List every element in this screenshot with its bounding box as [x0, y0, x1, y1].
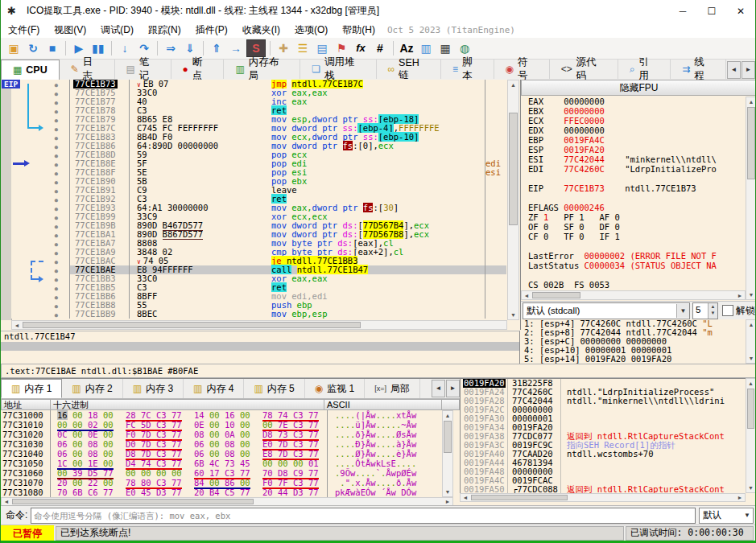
menu-item[interactable]: 文件(F) [1, 22, 47, 38]
comment-icon[interactable]: ☰ [294, 39, 312, 57]
menu-item[interactable]: 调试(D) [93, 22, 141, 38]
register-line[interactable]: LastStatus C0000034 (STATUS_OBJECT_NA [521, 261, 746, 270]
breakpoint-dot[interactable]: ● [55, 215, 58, 221]
register-line[interactable]: OF 0 SF 0 DF 0 [521, 222, 746, 232]
dump-row[interactable]: 77C3106000 39 D5 7700 00 00 0060 17 C3 7… [1, 468, 442, 478]
dump-tab-memory-1[interactable]: ▥内存 1 [1, 379, 62, 398]
register-line[interactable]: ESP 0019FA20 [521, 145, 746, 154]
stop-icon[interactable]: ■ [43, 39, 61, 57]
register-line[interactable]: ESI 77C42044 "minkernel\\ntdll\ [521, 154, 746, 164]
register-line[interactable]: EDI 77C4260C "LdrpInitializePro [521, 164, 746, 174]
register-line[interactable]: EIP 77CE1B73 ntdll.77CE1B73 [521, 183, 746, 193]
dump-tab-scroll-right-icon[interactable]: ► [446, 380, 460, 397]
dump-tab-memory-4[interactable]: ▥内存 4 [184, 379, 244, 398]
stack-hscrollbar[interactable]: ◄ ► [460, 493, 746, 502]
trace-into-icon[interactable]: ⇒ [162, 39, 180, 57]
tab-log[interactable]: ✎日志 [60, 60, 115, 79]
dump-row[interactable]: 77C3100016 00 18 0028 7C C3 7714 00 16 0… [1, 410, 442, 420]
run-to-user-code-icon[interactable]: → [227, 39, 245, 57]
skip-system-breakpoint-icon[interactable]: S [246, 39, 266, 57]
dump-row[interactable]: 77C3104006 00 08 00D8 7D C3 7706 00 08 0… [1, 449, 442, 459]
register-line[interactable]: EAX 00000000 [521, 97, 746, 106]
register-line[interactable]: EDX 00000000 [521, 125, 746, 135]
tab-scroll-right-icon[interactable]: ► [742, 61, 755, 79]
breakpoint-dot[interactable]: ● [55, 277, 58, 283]
run-icon[interactable]: ▶ [70, 39, 88, 57]
tab-source[interactable]: <>源代码 [550, 60, 618, 79]
register-line[interactable]: CF 0 TF 0 IF 1 [521, 232, 746, 241]
breakpoint-dot[interactable]: ● [55, 126, 58, 133]
register-line[interactable] [521, 270, 746, 280]
step-over-icon[interactable]: ↷ [135, 39, 153, 57]
globe-icon[interactable]: ◍ [456, 39, 473, 57]
breakpoint-dot[interactable]: ● [55, 100, 58, 106]
breakpoint-dot[interactable]: ● [55, 294, 58, 301]
tab-memory-map[interactable]: ▥内存布局 [224, 60, 300, 79]
breakpoint-dot[interactable]: ● [55, 259, 58, 265]
stack-row[interactable]: 0019FA50┌77CDC088返回到 ntdll.RtlCaptureSta… [461, 485, 746, 493]
dump-row[interactable]: 77C310501C 00 1E 00D4 74 C3 776B 4C 73 4… [1, 459, 442, 468]
disasm-vscrollbar[interactable]: ▲ ▼ [507, 80, 519, 320]
tab-threads[interactable]: ⇉线程 [671, 60, 726, 79]
breakpoint-dot[interactable]: ● [55, 109, 58, 115]
chevron-down-icon[interactable]: ▼ [676, 304, 689, 318]
breakpoint-dot[interactable]: ● [55, 144, 58, 150]
stack-vscrollbar[interactable]: ▲ ▼ [746, 378, 756, 493]
tab-cpu[interactable]: ▦CPU [1, 60, 60, 80]
register-line[interactable]: EFLAGS 00000246 [521, 203, 746, 212]
pause-icon[interactable]: ▮▮ [89, 39, 107, 57]
breakpoint-dot[interactable]: ● [55, 268, 58, 274]
dump-tab-memory-5[interactable]: ▥内存 5 [244, 379, 304, 398]
calling-convention-select[interactable]: 默认 (stdcall) ▼ [523, 302, 690, 319]
maximize-button[interactable]: ☐ [697, 1, 726, 22]
hide-fpu-button[interactable]: 隐藏FPU [521, 80, 756, 96]
breakpoint-dot[interactable]: ● [55, 171, 58, 177]
breakpoint-dot[interactable]: ● [55, 250, 58, 257]
breakpoint-dot[interactable]: ● [55, 117, 58, 124]
register-line[interactable]: ECX FFEC0000 [521, 116, 746, 125]
command-profile-dropdown[interactable]: 默认 ▼ [699, 508, 754, 524]
args-vscrollbar[interactable]: ▲ ▼ [746, 319, 756, 364]
hash-icon[interactable]: # [371, 39, 389, 57]
breakpoint-dot[interactable]: ● [55, 135, 58, 142]
menu-item[interactable]: 帮助(H) [335, 22, 382, 38]
menu-item[interactable]: 跟踪(N) [141, 22, 188, 38]
menu-item[interactable]: 视图(V) [47, 22, 93, 38]
menu-item[interactable]: 收藏夹(I) [235, 22, 287, 38]
breakpoint-dot[interactable]: ● [55, 153, 58, 159]
register-line[interactable]: EBP 0019FA4C [521, 135, 746, 145]
argument-line[interactable]: 5: [esp+14] 0019FA20 0019FA20 [521, 355, 746, 364]
tab-seh[interactable]: ∞SEH链 [377, 60, 441, 79]
label-icon[interactable]: ▤ [313, 39, 331, 57]
tab-scroll-left-icon[interactable]: ◄ [727, 61, 741, 79]
breakpoint-dot[interactable]: ● [55, 188, 58, 195]
bookmark-icon[interactable]: ⚑ [333, 39, 350, 57]
menu-item[interactable]: 插件(P) [188, 22, 235, 38]
dump-tab-memory-3[interactable]: ▥内存 3 [123, 379, 184, 398]
minimize-button[interactable]: ─ [668, 1, 697, 22]
register-line[interactable]: EBX 00000000 [521, 106, 746, 116]
command-input[interactable] [31, 508, 696, 524]
tab-references[interactable]: ⌕引用 [618, 60, 671, 79]
tab-script[interactable]: ≡脚本 [441, 60, 494, 79]
register-line[interactable] [521, 241, 746, 251]
assemble-icon[interactable]: ▥ [417, 39, 435, 57]
step-into-icon[interactable]: ↓ [116, 39, 134, 57]
dump-row[interactable]: 77C3101000 00 02 00FC 5D C3 770E 00 10 0… [1, 420, 442, 430]
breakpoint-dot[interactable]: ● [55, 91, 58, 97]
spinner-arrows-icon[interactable]: ▲▼ [708, 303, 717, 319]
breakpoint-dot[interactable]: ● [55, 312, 58, 319]
registers-vscrollbar[interactable]: ▲ ▼ [746, 97, 756, 300]
dump-row[interactable]: 77C310200C 00 0E 00F0 7D C3 7708 00 0A 0… [1, 430, 442, 439]
dump-row[interactable]: 77C3107020 00 22 0078 80 C3 7784 00 86 0… [1, 478, 442, 487]
disasm-row[interactable]: ●77CE1BB98BECmov ebp,esp [11, 310, 506, 319]
dump-vscrollbar[interactable]: ▲ ▼ [442, 410, 453, 497]
dump-tab-memory-2[interactable]: ▥内存 2 [62, 379, 122, 398]
run-until-return-icon[interactable]: ⇓ [181, 39, 199, 57]
breakpoint-dot[interactable]: ● [55, 232, 58, 239]
dump-row[interactable]: 77C3108070 6B C6 77E0 45 D3 7720 B4 C5 7… [1, 487, 442, 497]
disasm-hscrollbar[interactable]: ◄ [11, 320, 507, 330]
register-line[interactable]: CS 002B FS 0053 [521, 280, 746, 290]
breakpoint-dot[interactable]: ● [55, 303, 58, 310]
close-button[interactable]: ✕ [726, 1, 755, 22]
